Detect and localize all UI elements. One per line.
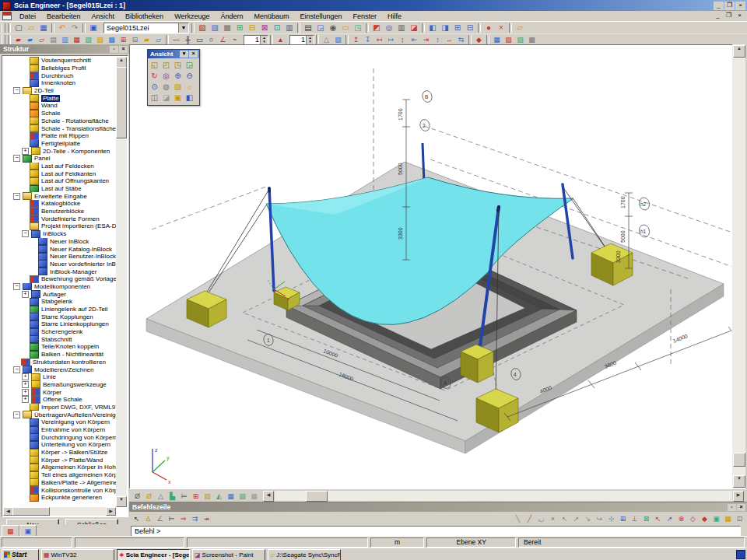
snap-dir4-icon[interactable]: ↪ xyxy=(594,514,605,523)
load-wind-icon[interactable]: ↔ xyxy=(444,35,455,44)
clipping-box-icon[interactable]: ▨ xyxy=(172,82,184,93)
layer-icon[interactable]: △ xyxy=(321,35,332,44)
section-4-icon[interactable]: ▤ xyxy=(47,35,59,44)
viewport-scroll-up-icon[interactable]: ▲ xyxy=(733,45,745,58)
ucs-icon[interactable]: ▧ xyxy=(332,35,344,44)
menu-hilfe[interactable]: Hilfe xyxy=(382,12,407,20)
ortho-icon[interactable]: ⊥ xyxy=(629,514,640,523)
select-icon[interactable]: ◩ xyxy=(370,23,383,33)
print-preview-icon[interactable]: ◪ xyxy=(160,93,172,103)
load-point-icon[interactable]: ↥ xyxy=(350,35,362,44)
paste-icon[interactable]: ⊟ xyxy=(246,23,258,33)
viewport-horizontal-scrollbar[interactable] xyxy=(275,491,732,501)
tree-item[interactable]: Scherengelenk xyxy=(3,328,116,336)
status-units[interactable]: m xyxy=(370,537,424,548)
combo-dropdown-icon[interactable]: ▼ xyxy=(178,23,188,33)
beam-vertical-icon[interactable]: ⇉ xyxy=(189,514,201,523)
tree-expander[interactable]: − xyxy=(13,283,20,290)
struktur-panel-titlebar[interactable]: Struktur ▫ × xyxy=(0,44,129,54)
tree-expander[interactable]: + xyxy=(22,396,29,403)
tree-expander[interactable]: − xyxy=(13,87,20,94)
mdi-restore-button[interactable]: ❐ xyxy=(724,12,734,20)
tree-item[interactable]: Last auf Feldecken xyxy=(3,163,116,170)
task-wintv32[interactable]: ▦WinTV32 xyxy=(41,549,114,560)
tree-item[interactable]: Unterteilung von Körpern xyxy=(3,441,116,449)
tree-expander[interactable]: + xyxy=(22,373,29,380)
wireframe-icon[interactable]: ▦ xyxy=(225,492,237,501)
viewport-scroll-down-icon[interactable]: ▼ xyxy=(733,475,745,488)
clip-active-icon[interactable]: Ø xyxy=(143,492,155,501)
node-tool-icon[interactable]: ∆ xyxy=(142,514,154,523)
task-scia-engineer[interactable]: ∗Scia Engineer - [Segel... xyxy=(117,549,190,560)
activity-icon[interactable]: ▲ xyxy=(275,35,286,44)
print-view-icon[interactable]: ◫ xyxy=(149,93,160,103)
load-free-icon[interactable]: ↕ xyxy=(432,35,444,44)
tree-item[interactable]: Last auf Feldkanten xyxy=(3,170,116,177)
tree-item[interactable]: +Bemaßungswerkzeuge xyxy=(3,381,116,389)
tree-item[interactable]: Katalogblöcke xyxy=(3,200,116,208)
menu-werkzeuge[interactable]: Werkzeuge xyxy=(169,12,215,20)
tree-item[interactable]: +Offene Schale xyxy=(3,396,116,404)
save-icon[interactable]: ▦ xyxy=(37,23,50,33)
gallery-icon[interactable]: ▩ xyxy=(221,23,233,33)
beam-free-icon[interactable]: ↠ xyxy=(201,514,212,523)
draw-line-icon[interactable]: — xyxy=(170,35,182,44)
tree-item[interactable]: +2D-Teile - Komponenten xyxy=(3,147,116,155)
zoom-in-icon[interactable]: ⊕ xyxy=(172,71,184,82)
layer-spinner[interactable]: 1▴▾ xyxy=(289,35,314,45)
zoom-document-icon[interactable]: ◎ xyxy=(383,23,395,33)
menu-ndern[interactable]: Ändern xyxy=(215,12,248,20)
tree-item[interactable]: −Modellieren/Zeichnen xyxy=(3,366,116,373)
menu-datei[interactable]: Datei xyxy=(14,12,41,20)
copy-doc-icon[interactable]: ▧ xyxy=(196,23,209,33)
viewport-canvas[interactable]: 1700 5000 3300 1700 5000 3300 10000 1600… xyxy=(130,45,731,488)
snap-dir2-icon[interactable]: ↗ xyxy=(570,514,582,523)
tree-item[interactable]: Stabschnitt xyxy=(3,335,116,343)
menu-bibliotheken[interactable]: Bibliotheken xyxy=(120,12,169,20)
tree-expander[interactable]: − xyxy=(13,155,20,162)
menu-bearbeiten[interactable]: Bearbeiten xyxy=(41,12,86,20)
tree-item[interactable]: Kollisionskontrolle von Körpern xyxy=(3,486,116,494)
tree-item[interactable]: Teile/Knoten koppeln xyxy=(3,343,116,351)
undo-icon[interactable]: ↶ xyxy=(56,23,68,33)
tree-expander[interactable]: + xyxy=(22,381,29,388)
tab-struktur[interactable]: ▦ xyxy=(2,525,19,536)
tangent-snap-icon[interactable]: ▣ xyxy=(710,514,722,523)
menu-fenster[interactable]: Fenster xyxy=(348,12,383,20)
project-combo[interactable]: Segel015Lzei▼ xyxy=(103,23,189,33)
export-icon[interactable]: ◳ xyxy=(352,23,364,33)
snap-dir3-icon[interactable]: ↘ xyxy=(582,514,594,523)
save-view-icon[interactable]: ▦ xyxy=(491,35,503,44)
light-icon[interactable]: ☼ xyxy=(184,82,195,93)
view-axo-icon[interactable]: ◲ xyxy=(184,60,195,71)
snap-line-icon[interactable]: ╲ xyxy=(512,514,524,523)
task-screenshot-paint[interactable]: ◪Screenshot - Paint xyxy=(192,549,265,560)
menu-ansicht[interactable]: Ansicht xyxy=(86,12,121,20)
redo-icon[interactable]: ↷ xyxy=(68,23,81,33)
tree-item[interactable]: Bewehrung gemäß Vorlage xyxy=(3,275,116,283)
tree-item[interactable]: Strukturdaten kontrollieren xyxy=(3,359,116,366)
tree-expander[interactable]: + xyxy=(22,291,29,298)
center-snap-icon[interactable]: ◆ xyxy=(699,514,710,523)
tree-item[interactable]: Last auf Stäbe xyxy=(3,185,116,193)
section-7-icon[interactable]: ▧ xyxy=(82,35,94,44)
viewport-vertical-scrollbar[interactable]: ▲ ▼ xyxy=(732,44,745,488)
scroll-down-icon[interactable]: ▼ xyxy=(116,496,127,507)
tree-item[interactable]: Schale xyxy=(3,110,116,117)
loads-display-icon[interactable]: ⊞ xyxy=(190,492,202,501)
tree-item[interactable]: −Modellkomponenten xyxy=(3,283,116,291)
tree-item[interactable]: +Körper xyxy=(3,388,116,396)
record-icon[interactable]: ● xyxy=(482,23,495,33)
layout-icon[interactable]: ▥ xyxy=(283,23,296,33)
status-plane[interactable]: Ebene XY xyxy=(426,537,516,548)
menu-menbaum[interactable]: Menübaum xyxy=(249,12,295,20)
maximize-button[interactable]: ❐ xyxy=(724,2,735,10)
supports-display-icon[interactable]: ⊨ xyxy=(178,492,190,501)
tree-item[interactable]: Last auf Öffnungskanten xyxy=(3,177,116,185)
no-clip-icon[interactable]: Ø xyxy=(132,492,143,501)
tray-icon[interactable] xyxy=(736,550,745,559)
section-5-icon[interactable]: ▥ xyxy=(59,35,71,44)
tree-item[interactable]: Neuer vordefinierter InBlock der xyxy=(3,261,116,268)
load-combi-icon[interactable]: ⇆ xyxy=(455,35,467,44)
section-10-icon[interactable]: ⊞ xyxy=(117,35,129,44)
